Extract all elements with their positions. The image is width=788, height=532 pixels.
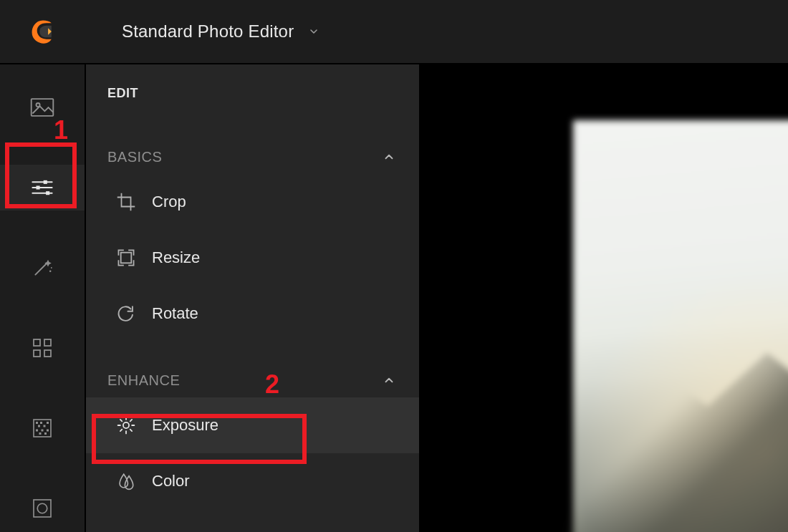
- svg-rect-16: [36, 422, 38, 424]
- svg-rect-26: [34, 500, 51, 517]
- image-icon: [30, 95, 54, 120]
- tool-crop-label: Crop: [152, 193, 186, 211]
- vignette-icon: [30, 496, 54, 521]
- rail-grid[interactable]: [0, 325, 85, 371]
- svg-rect-20: [44, 425, 46, 427]
- main-area: EDIT BASICS Crop Resize Rotate: [0, 63, 788, 532]
- panel-heading: EDIT: [86, 86, 419, 101]
- photo-preview: [573, 120, 788, 532]
- svg-line-35: [130, 430, 132, 431]
- chevron-up-icon: [380, 372, 398, 389]
- tool-resize[interactable]: Resize: [86, 230, 419, 286]
- svg-rect-11: [34, 339, 40, 346]
- rail-adjust[interactable]: [0, 165, 85, 211]
- tool-rotate[interactable]: Rotate: [86, 286, 419, 342]
- edit-panel: EDIT BASICS Crop Resize Rotate: [86, 63, 419, 532]
- tool-exposure[interactable]: Exposure: [86, 397, 419, 453]
- svg-rect-6: [37, 185, 40, 189]
- tool-rotate-label: Rotate: [152, 304, 198, 323]
- tool-resize-label: Resize: [152, 248, 200, 267]
- group-basics-header[interactable]: BASICS: [86, 140, 419, 174]
- resize-icon: [116, 248, 136, 268]
- rail-wand[interactable]: [0, 245, 85, 291]
- editor-canvas[interactable]: [419, 63, 788, 532]
- tool-exposure-label: Exposure: [152, 416, 218, 435]
- grid-icon: [30, 336, 54, 360]
- app-title: Standard Photo Editor: [122, 21, 294, 42]
- rail-image[interactable]: [0, 84, 85, 130]
- svg-point-29: [123, 422, 129, 428]
- svg-rect-23: [47, 430, 49, 432]
- rail-pixels[interactable]: [0, 405, 85, 451]
- svg-rect-19: [38, 425, 40, 427]
- tool-crop[interactable]: Crop: [86, 174, 419, 230]
- svg-point-9: [49, 271, 52, 273]
- group-enhance-title: ENHANCE: [107, 372, 180, 389]
- pixels-icon: [30, 416, 54, 440]
- tool-color[interactable]: Color: [86, 453, 419, 509]
- sun-icon: [116, 415, 136, 435]
- sliders-icon: [30, 175, 54, 200]
- svg-line-34: [120, 420, 122, 421]
- rotate-icon: [116, 304, 136, 324]
- svg-rect-18: [47, 422, 49, 424]
- group-enhance-header[interactable]: ENHANCE: [86, 363, 419, 397]
- drop-icon: [116, 471, 136, 491]
- svg-rect-13: [34, 350, 40, 357]
- svg-rect-21: [36, 430, 38, 432]
- tool-rail: [0, 63, 86, 532]
- svg-rect-28: [121, 253, 132, 263]
- svg-rect-22: [42, 430, 44, 432]
- svg-point-10: [51, 267, 52, 269]
- app-header: Standard Photo Editor: [0, 0, 788, 63]
- svg-rect-12: [44, 339, 51, 346]
- svg-rect-0: [32, 99, 54, 116]
- group-basics-title: BASICS: [107, 149, 162, 165]
- app-logo: [29, 17, 57, 46]
- chevron-up-icon: [380, 148, 398, 165]
- tool-color-label: Color: [152, 472, 190, 490]
- svg-rect-24: [39, 432, 42, 435]
- svg-rect-7: [46, 191, 49, 195]
- svg-rect-17: [40, 422, 42, 424]
- rail-vignette[interactable]: [0, 485, 85, 531]
- svg-rect-25: [44, 432, 47, 435]
- svg-line-36: [120, 430, 122, 431]
- app-title-dropdown[interactable]: Standard Photo Editor: [122, 21, 321, 42]
- chevron-down-icon: [307, 24, 321, 39]
- svg-point-27: [37, 503, 47, 513]
- svg-rect-14: [44, 350, 51, 357]
- crop-icon: [116, 192, 136, 212]
- svg-line-37: [130, 420, 132, 421]
- wand-icon: [30, 256, 54, 280]
- svg-rect-5: [44, 180, 47, 184]
